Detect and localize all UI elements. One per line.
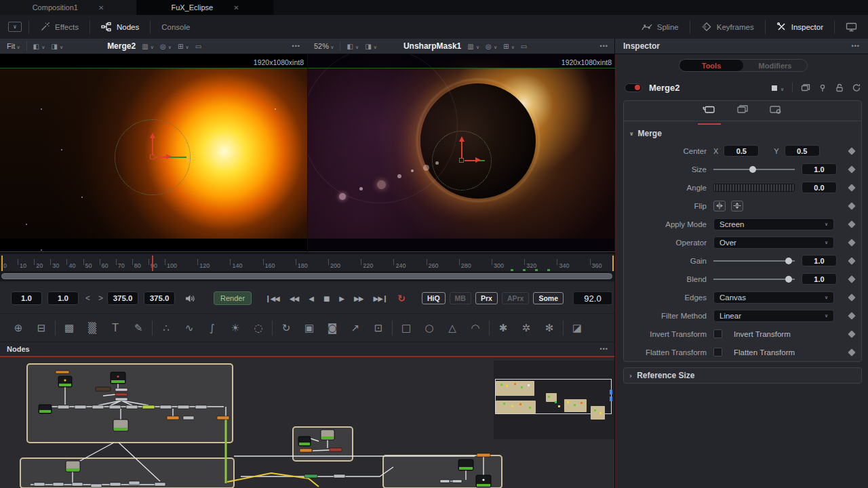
- subview-icon[interactable]: ◨ ∨: [51, 43, 63, 50]
- controls-tab-settings2[interactable]: [734, 102, 751, 120]
- p-merge-tool[interactable]: ✲: [515, 322, 538, 334]
- node-graph[interactable]: [0, 357, 615, 488]
- render-button[interactable]: Render: [214, 291, 252, 305]
- p-emitter-tool[interactable]: ✱: [492, 322, 515, 334]
- subview-icon[interactable]: ◨ ∨: [365, 43, 377, 50]
- tab-modifiers[interactable]: Modifiers: [743, 60, 807, 71]
- reset-icon[interactable]: [852, 83, 861, 92]
- ab-buffer-icon[interactable]: ◧ ∨: [33, 43, 45, 50]
- zoom-fit-dropdown[interactable]: Fit ∨: [7, 42, 20, 50]
- zoom-level-dropdown[interactable]: 52% ∨: [314, 42, 334, 50]
- background-tool[interactable]: ▩: [58, 322, 81, 334]
- angle-value-field[interactable]: 0.0: [802, 182, 837, 193]
- graph-node[interactable]: [115, 398, 127, 401]
- graph-node[interactable]: [56, 371, 69, 373]
- timeline-ruler[interactable]: 0102030405060708090100120140160180200220…: [0, 253, 615, 271]
- center-x-field[interactable]: 0.5: [724, 145, 759, 157]
- graph-node[interactable]: [330, 448, 342, 451]
- roi-icon[interactable]: ▭: [195, 43, 201, 50]
- clean-feed-button[interactable]: [835, 15, 868, 39]
- scrollbar-thumb[interactable]: [1, 273, 612, 279]
- keyframe-diamond[interactable]: [848, 312, 855, 319]
- graph-node[interactable]: [126, 405, 138, 409]
- bspline-mask-tool[interactable]: ◠: [464, 322, 487, 334]
- graph-node[interactable]: [300, 449, 312, 452]
- roi-icon[interactable]: ▭: [521, 43, 527, 50]
- gain-value-field[interactable]: 1.0: [802, 255, 837, 266]
- color-swatch[interactable]: ∨: [772, 81, 784, 94]
- flip-vertical-button[interactable]: [731, 201, 743, 211]
- stop-button[interactable]: ■: [323, 295, 329, 302]
- blend-value-field[interactable]: 1.0: [802, 273, 837, 285]
- goto-end-button[interactable]: ▶▶❙: [373, 295, 387, 302]
- ellipse-mask-tool[interactable]: ○: [418, 322, 441, 334]
- graph-node[interactable]: [92, 405, 104, 409]
- viewer-left[interactable]: 1920x1080xint8: [0, 54, 307, 253]
- collapse-icon[interactable]: ∨: [629, 131, 634, 137]
- angle-thumbwheel[interactable]: [713, 184, 795, 192]
- goto-start-button[interactable]: ❙◀◀: [265, 295, 279, 302]
- comp-start-field[interactable]: 1.0: [11, 291, 42, 305]
- color-corrector-tool[interactable]: ∫: [201, 322, 224, 334]
- text-tool[interactable]: T: [104, 322, 127, 334]
- graph-node[interactable]: [440, 480, 450, 483]
- size-slider[interactable]: [713, 166, 795, 173]
- quality-some-toggle[interactable]: Some: [533, 292, 564, 304]
- grid-options-icon[interactable]: ⊞ ∨: [178, 43, 189, 50]
- channel-select-icon[interactable]: ▥ ∨: [142, 43, 154, 50]
- loop-button[interactable]: ↻: [397, 293, 406, 304]
- graph-node[interactable]: [334, 474, 345, 478]
- timeline-range-start[interactable]: [1, 256, 3, 272]
- gain-slider[interactable]: [713, 258, 795, 264]
- graph-node[interactable]: [115, 393, 127, 396]
- tab-tools[interactable]: Tools: [679, 60, 743, 71]
- center-y-field[interactable]: 0.5: [785, 145, 820, 157]
- inspector-options-menu[interactable]: •••: [852, 43, 860, 49]
- keyframe-diamond[interactable]: [848, 348, 855, 356]
- tab-fux-eclipse[interactable]: FuX_Eclipse ✕: [137, 0, 274, 15]
- grid-options-icon[interactable]: ⊞ ∨: [503, 43, 515, 50]
- keyframe-diamond[interactable]: [848, 330, 855, 338]
- polygon-mask-tool[interactable]: △: [441, 322, 464, 334]
- keyframe-diamond[interactable]: [848, 293, 855, 301]
- graph-node[interactable]: [109, 405, 121, 409]
- ab-buffer-icon[interactable]: ◧ ∨: [347, 43, 359, 50]
- step-forward-arrow[interactable]: >: [94, 293, 107, 303]
- versions-icon[interactable]: [801, 83, 810, 92]
- play-reverse-button[interactable]: ◀: [309, 295, 313, 302]
- brightness-contrast-tool[interactable]: ☀: [224, 322, 247, 334]
- crop-tool[interactable]: ⊡: [367, 322, 390, 334]
- quality-hiq-toggle[interactable]: HiQ: [422, 292, 446, 304]
- apply-mode-dropdown[interactable]: Screen∨: [713, 218, 834, 230]
- graph-node[interactable]: [58, 405, 69, 409]
- flip-horizontal-button[interactable]: [713, 201, 726, 211]
- nodes-options-menu[interactable]: •••: [600, 346, 608, 352]
- audio-icon[interactable]: [184, 293, 196, 304]
- graph-node[interactable]: [142, 405, 155, 409]
- keyframe-diamond[interactable]: [848, 239, 855, 246]
- paint-tool[interactable]: ✎: [127, 322, 150, 334]
- ui-layout-switcher-icon[interactable]: ∨: [8, 22, 22, 32]
- step-back-arrow[interactable]: <: [81, 293, 94, 303]
- edges-dropdown[interactable]: Canvas∨: [713, 291, 834, 304]
- comp-end-field[interactable]: 375.0: [144, 291, 175, 305]
- lut-icon[interactable]: ◎ ∨: [486, 43, 497, 50]
- channel-select-icon[interactable]: ▥ ∨: [467, 43, 479, 50]
- tab-close-icon[interactable]: ✕: [98, 4, 104, 12]
- current-frame-display[interactable]: 92.0: [573, 291, 612, 305]
- graph-node[interactable]: [91, 484, 102, 487]
- blur-tool[interactable]: ◌: [247, 322, 270, 334]
- graph-node[interactable]: [452, 480, 462, 483]
- transform-tool[interactable]: ↻: [275, 322, 298, 334]
- tab-composition1[interactable]: Composition1 ✕: [0, 0, 137, 15]
- node-enable-toggle[interactable]: [625, 83, 642, 92]
- quality-mb-toggle[interactable]: MB: [450, 292, 471, 304]
- viewer-divider[interactable]: [307, 54, 308, 253]
- invert-transform-checkbox[interactable]: [713, 329, 722, 338]
- graph-node[interactable]: [217, 416, 229, 420]
- pin-icon[interactable]: [818, 83, 827, 92]
- graph-node[interactable]: [195, 405, 207, 409]
- quality-prx-toggle[interactable]: Prx: [475, 292, 498, 304]
- console-button[interactable]: Console: [151, 15, 201, 39]
- nodes-button[interactable]: Nodes: [90, 15, 150, 39]
